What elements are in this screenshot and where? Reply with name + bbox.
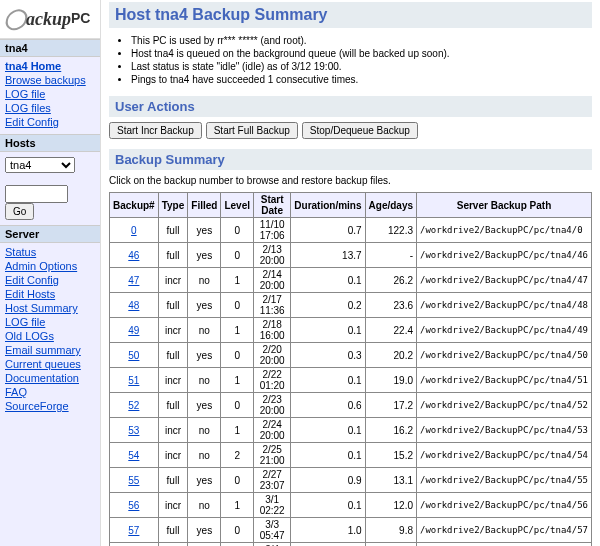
host-select[interactable]: tna4 [5, 157, 75, 173]
status-item: Pings to tna4 have succeeded 1 consecuti… [131, 73, 592, 86]
server-link[interactable]: Edit Config [5, 273, 95, 287]
server-link[interactable]: FAQ [5, 385, 95, 399]
table-row: 55fullyes02/27 23:070.913.1/workdrive2/B… [110, 468, 592, 493]
status-list: This PC is used by rr*** ***** (and root… [131, 34, 592, 86]
host-link[interactable]: LOG file [5, 87, 95, 101]
go-button[interactable] [5, 203, 34, 220]
backup-link[interactable]: 53 [128, 425, 139, 436]
backup-link[interactable]: 56 [128, 500, 139, 511]
server-link[interactable]: LOG file [5, 315, 95, 329]
main: Host tna4 Backup Summary This PC is used… [101, 0, 600, 546]
backup-link[interactable]: 52 [128, 400, 139, 411]
table-header: Age/days [365, 193, 416, 218]
action-button[interactable]: Start Full Backup [206, 122, 298, 139]
host-input[interactable] [5, 185, 68, 203]
action-buttons: Start Incr BackupStart Full BackupStop/D… [109, 122, 592, 139]
backup-link[interactable]: 57 [128, 525, 139, 536]
backup-link[interactable]: 55 [128, 475, 139, 486]
table-row: 49incrno12/18 16:000.122.4/workdrive2/Ba… [110, 318, 592, 343]
server-link[interactable]: SourceForge [5, 399, 95, 413]
table-row: 56incrno13/1 02:220.112.0/workdrive2/Bac… [110, 493, 592, 518]
table-row: 0fullyes011/10 17:060.7122.3/workdrive2/… [110, 218, 592, 243]
host-link[interactable]: Edit Config [5, 115, 95, 129]
status-item: This PC is used by rr*** ***** (and root… [131, 34, 592, 47]
host-link[interactable]: Browse backups [5, 73, 95, 87]
table-header: Type [158, 193, 188, 218]
table-header: Filled [188, 193, 221, 218]
section-host: tna4 [0, 39, 100, 57]
server-link[interactable]: Status [5, 245, 95, 259]
user-actions-heading: User Actions [109, 96, 592, 117]
table-header: Start Date [254, 193, 291, 218]
status-item: Last status is state "idle" (idle) as of… [131, 60, 592, 73]
server-link[interactable]: Old LOGs [5, 329, 95, 343]
table-row: 57fullyes03/3 05:471.09.8/workdrive2/Bac… [110, 518, 592, 543]
backup-link[interactable]: 50 [128, 350, 139, 361]
summary-note: Click on the backup number to browse and… [109, 175, 592, 186]
table-header: Duration/mins [291, 193, 365, 218]
logo: ◯ackupPC [0, 0, 100, 39]
backup-table: Backup#TypeFilledLevelStart DateDuration… [109, 192, 592, 546]
backup-link[interactable]: 49 [128, 325, 139, 336]
server-link[interactable]: Edit Hosts [5, 287, 95, 301]
table-row: 54incrno22/25 21:000.115.2/workdrive2/Ba… [110, 443, 592, 468]
backup-link[interactable]: 48 [128, 300, 139, 311]
table-header: Server Backup Path [417, 193, 592, 218]
backup-link[interactable]: 46 [128, 250, 139, 261]
host-link[interactable]: LOG files [5, 101, 95, 115]
table-row: 53incrno12/24 20:000.116.2/workdrive2/Ba… [110, 418, 592, 443]
backup-link[interactable]: 47 [128, 275, 139, 286]
server-link[interactable]: Documentation [5, 371, 95, 385]
server-link[interactable]: Admin Options [5, 259, 95, 273]
table-row: 52fullyes02/23 20:000.617.2/workdrive2/B… [110, 393, 592, 418]
backup-summary-heading: Backup Summary [109, 149, 592, 170]
section-hosts: Hosts [0, 134, 100, 152]
table-row: 51incrno12/22 01:200.119.0/workdrive2/Ba… [110, 368, 592, 393]
table-row: 46fullyes02/13 20:0013.7-/workdrive2/Bac… [110, 243, 592, 268]
action-button[interactable]: Start Incr Backup [109, 122, 202, 139]
action-button[interactable]: Stop/Dequeue Backup [302, 122, 418, 139]
table-row: 58incrno13/4 06:000.18.8/workdrive2/Back… [110, 543, 592, 547]
backup-link[interactable]: 51 [128, 375, 139, 386]
server-link[interactable]: Host Summary [5, 301, 95, 315]
table-header: Backup# [110, 193, 159, 218]
table-row: 50fullyes02/20 20:000.320.2/workdrive2/B… [110, 343, 592, 368]
status-item: Host tna4 is queued on the background qu… [131, 47, 592, 60]
table-header: Level [221, 193, 254, 218]
page-title: Host tna4 Backup Summary [109, 2, 592, 28]
sidebar: ◯ackupPC tna4 tna4 HomeBrowse backupsLOG… [0, 0, 101, 546]
server-link[interactable]: Email summary [5, 343, 95, 357]
backup-link[interactable]: 54 [128, 450, 139, 461]
section-server: Server [0, 225, 100, 243]
backup-link[interactable]: 0 [131, 225, 137, 236]
host-link[interactable]: tna4 Home [5, 59, 95, 73]
table-row: 47incrno12/14 20:000.126.2/workdrive2/Ba… [110, 268, 592, 293]
server-link[interactable]: Current queues [5, 357, 95, 371]
table-row: 48fullyes02/17 11:360.223.6/workdrive2/B… [110, 293, 592, 318]
